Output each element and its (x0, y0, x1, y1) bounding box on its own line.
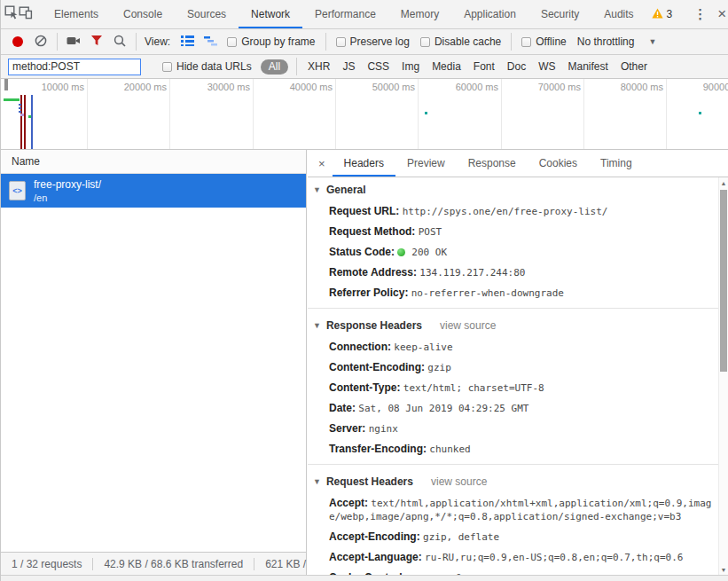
group-by-frame-label: Group by frame (241, 35, 315, 48)
tab-application[interactable]: Application (451, 0, 528, 28)
header-key: Request Method: (329, 225, 415, 238)
header-key: Content-Type: (329, 381, 400, 394)
detail-tab-response[interactable]: Response (457, 150, 528, 177)
divider (296, 58, 297, 75)
detail-tab-preview[interactable]: Preview (395, 150, 457, 177)
summary-transferred: 42.9 KB / 68.6 KB transferred (92, 558, 254, 570)
filter-type-manifest[interactable]: Manifest (568, 60, 608, 73)
header-value: chunked (429, 444, 470, 455)
header-row: Request Method: POST (308, 222, 718, 242)
hide-data-urls-label: Hide data URLs (176, 60, 252, 73)
tab-audits[interactable]: Audits (591, 0, 646, 28)
tick-label: 50000 ms (351, 82, 415, 92)
tick-label: 10000 ms (20, 82, 84, 92)
header-value: no-referrer-when-downgrade (411, 287, 564, 299)
large-rows-icon (181, 35, 194, 49)
chevron-down-icon: ▼ (648, 37, 656, 46)
header-key: Remote Address: (329, 266, 417, 279)
divider (136, 33, 137, 51)
throttling-select[interactable]: No throttling ▼ (577, 35, 657, 48)
scroll-up-arrow-icon[interactable]: ▲ (719, 177, 728, 188)
scroll-down-arrow-icon[interactable]: ▼ (719, 564, 728, 575)
group-by-frame-checkbox[interactable]: Group by frame (227, 35, 315, 48)
network-toolbar: View: Group by frame Preserve log Disabl… (1, 29, 728, 55)
tab-memory[interactable]: Memory (388, 0, 451, 28)
tab-console[interactable]: Console (111, 0, 175, 28)
tab-elements[interactable]: Elements (42, 0, 111, 28)
use-large-rows-button[interactable] (176, 30, 199, 53)
view-source-link[interactable]: view source (431, 475, 487, 488)
header-row: Accept-Language: ru-RU,ru;q=0.9,en-US;q=… (308, 547, 718, 568)
preserve-log-checkbox[interactable]: Preserve log (336, 35, 410, 48)
filter-type-css[interactable]: CSS (367, 60, 389, 73)
record-button[interactable] (12, 36, 23, 47)
header-row: Referrer Policy: no-referrer-when-downgr… (308, 283, 718, 303)
overview-line-blue (31, 95, 33, 149)
filter-input[interactable] (8, 59, 141, 75)
filter-button[interactable] (85, 30, 108, 53)
filter-type-doc[interactable]: Doc (507, 60, 526, 73)
header-row: Accept-Encoding: gzip, deflate (308, 527, 718, 547)
scrollbar-thumb[interactable] (720, 190, 727, 372)
view-source-link[interactable]: view source (440, 319, 496, 332)
detail-close-button[interactable]: × (311, 157, 333, 170)
header-key: Server: (329, 422, 365, 435)
section-divider (308, 308, 718, 309)
funnel-icon (90, 35, 103, 49)
header-value: ru-RU,ru;q=0.9,en-US;q=0.8,en;q=0.7,th;q… (425, 552, 683, 563)
network-overview-timeline[interactable]: 10000 ms 20000 ms 30000 ms 40000 ms 5000… (1, 79, 728, 150)
filter-type-xhr[interactable]: XHR (308, 60, 330, 73)
column-header-name[interactable]: Name (1, 150, 306, 174)
offline-checkbox[interactable]: Offline (521, 35, 566, 48)
section-general-title: General (326, 184, 366, 196)
header-key: Date: (329, 402, 356, 414)
inspect-element-button[interactable] (4, 3, 19, 26)
filter-type-other[interactable]: Other (621, 60, 647, 73)
header-key: Accept: (329, 497, 368, 509)
gridline (501, 79, 502, 149)
tab-performance[interactable]: Performance (302, 0, 388, 28)
header-key: Status Code: (329, 246, 395, 258)
detail-scrollbar[interactable]: ▲ ▼ (718, 177, 728, 575)
devtools-menu-button[interactable]: ⋮ (686, 6, 714, 22)
disclosure-triangle-icon: ▼ (313, 321, 321, 330)
requests-panel: Name <> free-proxy-list/ /en 1 / 32 requ… (1, 150, 307, 575)
section-general[interactable]: ▼ General (308, 177, 718, 201)
filter-type-font[interactable]: Font (474, 60, 495, 73)
header-value: http://spys.one/en/free-proxy-list/ (403, 206, 608, 217)
show-overview-button[interactable] (199, 30, 222, 53)
filter-type-media[interactable]: Media (432, 60, 461, 73)
hide-data-urls-checkbox[interactable]: Hide data URLs (162, 60, 252, 73)
gridline (253, 79, 254, 149)
section-response-title: Response Headers (326, 319, 422, 332)
overview-bar-green (4, 98, 20, 101)
section-response-headers[interactable]: ▼ Response Headers view source (308, 313, 718, 337)
tab-sources[interactable]: Sources (175, 0, 239, 28)
header-value: text/html; charset=UTF-8 (403, 382, 544, 394)
clear-button[interactable] (29, 30, 52, 53)
filter-type-js[interactable]: JS (342, 60, 355, 73)
tab-network[interactable]: Network (239, 0, 302, 28)
toggle-device-toolbar-button[interactable] (19, 3, 33, 26)
capture-screenshots-button[interactable] (62, 30, 85, 53)
devtools-close-button[interactable]: × (714, 5, 728, 23)
filter-type-img[interactable]: Img (402, 60, 419, 73)
filter-type-all[interactable]: All (261, 59, 288, 75)
filter-type-ws[interactable]: WS (538, 60, 555, 73)
tick-label: 30000 ms (186, 82, 250, 92)
header-key: Transfer-Encoding: (329, 443, 427, 455)
detail-tab-cookies[interactable]: Cookies (528, 150, 589, 177)
header-row: Transfer-Encoding: chunked (308, 439, 718, 459)
search-button[interactable] (108, 30, 131, 53)
inspect-cursor-icon (4, 5, 19, 23)
overview-handle[interactable] (4, 79, 8, 90)
detail-tab-timing[interactable]: Timing (589, 150, 644, 177)
warnings-badge[interactable]: 3 (646, 8, 678, 21)
section-request-headers[interactable]: ▼ Request Headers view source (308, 469, 718, 493)
request-row-selected[interactable]: <> free-proxy-list/ /en (1, 174, 306, 208)
tab-security[interactable]: Security (528, 0, 591, 28)
disable-cache-checkbox[interactable]: Disable cache (420, 35, 501, 48)
html-document-icon: <> (9, 181, 26, 200)
checkbox-icon (521, 37, 531, 47)
detail-tab-headers[interactable]: Headers (333, 150, 395, 177)
